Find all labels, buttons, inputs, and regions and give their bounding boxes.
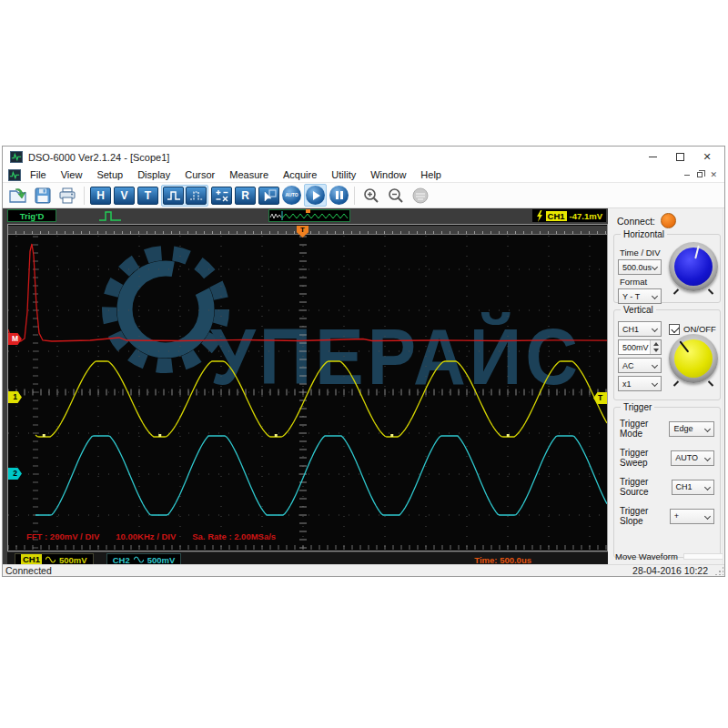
format-value: Y - T bbox=[622, 292, 640, 301]
trigger-mode-label: Trigger Mode bbox=[620, 419, 669, 439]
mdi-close-button[interactable]: ✕ bbox=[710, 170, 717, 179]
sine-icon bbox=[46, 556, 56, 563]
ch2-status-box[interactable]: CH2 500mV bbox=[106, 553, 182, 564]
move-waveform-label: Move Waveform bbox=[615, 551, 678, 561]
time-per-div-readout: Time: 500.0us bbox=[474, 555, 531, 565]
horizontal-knob[interactable] bbox=[669, 242, 718, 291]
trigger-slope-select[interactable]: + bbox=[670, 509, 714, 524]
volts-down-button[interactable] bbox=[651, 348, 661, 355]
cursor-measure-icon[interactable] bbox=[258, 187, 279, 205]
save-icon[interactable] bbox=[32, 186, 54, 206]
channel-onoff-checkbox[interactable] bbox=[669, 324, 680, 335]
print-icon[interactable] bbox=[56, 186, 78, 206]
status-bar: Connected 28-04-2016 10:22 bbox=[3, 564, 724, 576]
trigger-source-value: CH1 bbox=[676, 482, 693, 491]
trigger-status-badge: Trig'D bbox=[7, 209, 56, 222]
menu-bar: File View Setup Display Cursor Measure A… bbox=[3, 167, 724, 183]
zoom-in-icon[interactable] bbox=[360, 186, 382, 206]
vertical-group: Vertical CH1 ON/OFF 500mV AC x1 bbox=[613, 309, 721, 400]
volts-up-button[interactable] bbox=[651, 340, 661, 348]
vertical-knob[interactable] bbox=[669, 334, 718, 383]
ch2-label: CH2 bbox=[113, 555, 130, 565]
trigger-sweep-value: AUTO bbox=[675, 453, 698, 462]
menu-measure[interactable]: Measure bbox=[222, 169, 276, 180]
trigger-sweep-select[interactable]: AUTO bbox=[671, 450, 714, 466]
sample-rate: Sa. Rate : 2.00MSa/s bbox=[192, 531, 276, 541]
panel-scrollbar[interactable] bbox=[723, 208, 724, 564]
trigger-source-select[interactable]: CH1 bbox=[672, 480, 714, 495]
onoff-label: ON/OFF bbox=[683, 324, 716, 334]
volts-div-value: 500mV bbox=[619, 340, 650, 354]
fft-frequency: 10.00KHz / DIV bbox=[116, 531, 176, 541]
capture-icon bbox=[410, 186, 431, 206]
connection-status: Connected bbox=[5, 565, 52, 576]
toolbar-separator bbox=[84, 187, 85, 205]
sine-icon bbox=[134, 556, 144, 563]
ch1-badge: CH1 bbox=[21, 554, 42, 564]
reference-pulse-icon[interactable] bbox=[186, 187, 207, 205]
normal-pulse-icon[interactable] bbox=[163, 187, 184, 205]
zoom-out-icon[interactable] bbox=[385, 186, 407, 206]
volts-div-stepper[interactable]: 500mV bbox=[618, 339, 662, 355]
datetime: 28-04-2016 10:22 bbox=[632, 565, 708, 576]
close-button[interactable]: ✕ bbox=[693, 148, 721, 167]
menu-acquire[interactable]: Acquire bbox=[276, 169, 324, 180]
acquisition-mode-group bbox=[161, 185, 208, 207]
menu-window[interactable]: Window bbox=[363, 169, 413, 180]
math-icon[interactable] bbox=[211, 187, 232, 205]
maximize-button[interactable] bbox=[666, 148, 693, 167]
main-area: Trig'D CH1 -47.1mV bbox=[3, 208, 724, 564]
time-div-select[interactable]: 500.0us bbox=[618, 259, 662, 275]
trigger-readout: CH1 -47.1mV bbox=[532, 209, 606, 222]
lightning-icon bbox=[536, 210, 543, 222]
pause-button[interactable] bbox=[329, 186, 349, 205]
connect-indicator bbox=[661, 213, 676, 228]
control-panel: Connect: Horizontal Time / DIV 500.0us F… bbox=[608, 208, 724, 564]
menu-view[interactable]: View bbox=[54, 169, 90, 180]
ch1-status-box[interactable]: CH1 500mV bbox=[15, 553, 94, 564]
vertical-channel-select[interactable]: CH1 bbox=[618, 321, 662, 337]
minimize-button[interactable] bbox=[639, 148, 666, 167]
horizontal-group: Horizontal Time / DIV 500.0us Format Y -… bbox=[613, 234, 721, 303]
coupling-select[interactable]: AC bbox=[618, 358, 662, 373]
resize-grip[interactable] bbox=[714, 566, 723, 575]
scope-display[interactable]: УПЕРАЙС T M 1 2 T FFT : 200mV / DIV 10.0… bbox=[7, 224, 608, 551]
reference-waveform-button[interactable]: R bbox=[235, 187, 256, 205]
toolbar-separator bbox=[354, 187, 355, 205]
menu-setup[interactable]: Setup bbox=[89, 169, 130, 180]
run-button[interactable] bbox=[306, 186, 325, 205]
menu-help[interactable]: Help bbox=[413, 169, 449, 180]
trigger-settings-button[interactable]: T bbox=[137, 187, 158, 205]
trigger-status-bar: Trig'D CH1 -47.1mV bbox=[7, 209, 608, 223]
autoset-button[interactable]: AUTO bbox=[282, 186, 301, 205]
mdi-child-icon bbox=[8, 169, 21, 181]
preview-trigger-marker[interactable] bbox=[306, 209, 310, 213]
move-waveform-slider[interactable] bbox=[683, 553, 724, 560]
toolbar: H V T R AUTO bbox=[3, 183, 724, 208]
app-icon bbox=[10, 151, 23, 163]
scope-area: Trig'D CH1 -47.1mV bbox=[3, 208, 608, 564]
trigger-slope-label: Trigger Slope bbox=[620, 506, 670, 526]
coupling-value: AC bbox=[622, 361, 634, 370]
vertical-group-title: Vertical bbox=[621, 305, 656, 315]
connect-label: Connect: bbox=[617, 216, 655, 227]
menu-file[interactable]: File bbox=[23, 169, 54, 180]
mdi-minimize-button[interactable] bbox=[684, 170, 690, 179]
trigger-level-readout: -47.1mV bbox=[570, 211, 602, 221]
mdi-restore-button[interactable] bbox=[697, 170, 703, 179]
waveform-preview[interactable] bbox=[268, 209, 350, 222]
menu-cursor[interactable]: Cursor bbox=[177, 169, 222, 180]
open-icon[interactable] bbox=[7, 186, 29, 206]
vertical-settings-button[interactable]: V bbox=[114, 187, 135, 205]
title-bar: DSO-6000 Ver2.1.24 - [Scope1] ✕ bbox=[3, 147, 724, 167]
menu-display[interactable]: Display bbox=[130, 169, 177, 180]
run-highlight bbox=[304, 184, 327, 207]
probe-select[interactable]: x1 bbox=[618, 376, 662, 391]
trigger-sweep-label: Trigger Sweep bbox=[620, 448, 671, 468]
trigger-source-label: Trigger Source bbox=[620, 477, 672, 497]
horizontal-settings-button[interactable]: H bbox=[90, 187, 111, 205]
vertical-channel-value: CH1 bbox=[622, 325, 639, 334]
menu-utility[interactable]: Utility bbox=[324, 169, 363, 180]
trigger-mode-select[interactable]: Edge bbox=[669, 421, 713, 437]
format-select[interactable]: Y - T bbox=[618, 288, 662, 304]
